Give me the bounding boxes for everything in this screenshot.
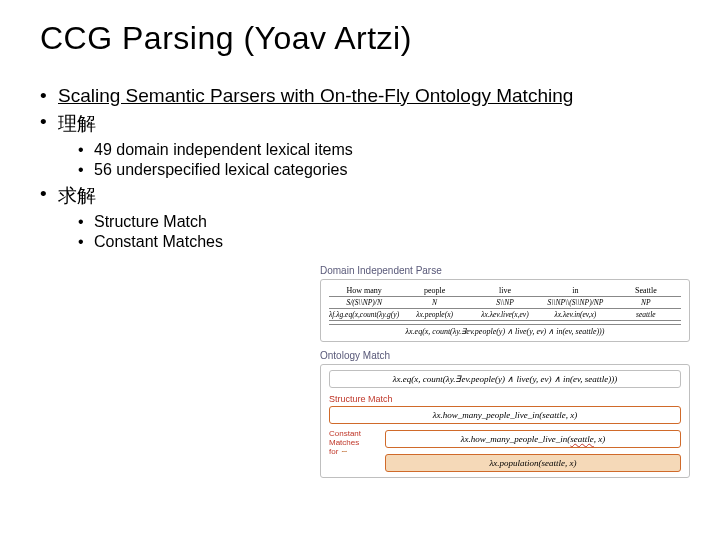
parse-tokens: How many people live in Seattle xyxy=(329,285,681,297)
constant-match-label: Constant Matches for ∼ xyxy=(329,430,379,456)
parse-result: λx.eq(x, count(λy.∃ev.people(y) ∧ live(y… xyxy=(329,324,681,336)
const-tgt-formula: λx.population(seattle, x) xyxy=(385,454,681,472)
panel2-label: Ontology Match xyxy=(320,350,690,361)
tilde-icon: ∼ xyxy=(341,447,348,456)
parse-lambdas: λf.λg.eq(x,count(λy.g(y)∧f(y))) λx.peopl… xyxy=(329,309,681,321)
structure-match-label: Structure Match xyxy=(329,394,681,404)
sub-list-understand: 49 domain independent lexical items 56 u… xyxy=(78,141,680,179)
slide-title: CCG Parsing (Yoav Artzi) xyxy=(40,20,680,57)
structure-formula: λx.how_many_people_live_in(seattle, x) xyxy=(329,406,681,424)
bullet-link: Scaling Semantic Parsers with On-the-Fly… xyxy=(40,85,680,107)
ontology-panel: λx.eq(x, count(λy.∃ev.people(y) ∧ live(y… xyxy=(320,364,690,478)
bullet-list: Scaling Semantic Parsers with On-the-Fly… xyxy=(40,85,680,251)
sub-item: 56 underspecified lexical categories xyxy=(78,161,680,179)
bullet-understand: 理解 49 domain independent lexical items 5… xyxy=(40,111,680,179)
panel1-label: Domain Independent Parse xyxy=(320,265,690,276)
wavy-seattle: seattle xyxy=(570,434,594,444)
sub-item: Constant Matches xyxy=(78,233,680,251)
bullet-solve: 求解 Structure Match Constant Matches xyxy=(40,183,680,251)
parse-panel: How many people live in Seattle S/(S\\NP… xyxy=(320,279,690,342)
const-src-formula: λx.how_many_people_live_in(seattle, x) xyxy=(385,430,681,448)
parse-categories: S/(S\\NP)/N N S\\NP S\\NP\\(S\\NP)/NP NP xyxy=(329,297,681,309)
sub-item: 49 domain independent lexical items xyxy=(78,141,680,159)
sub-item: Structure Match xyxy=(78,213,680,231)
eq-formula: λx.eq(x, count(λy.∃ev.people(y) ∧ live(y… xyxy=(329,370,681,388)
sub-list-solve: Structure Match Constant Matches xyxy=(78,213,680,251)
constant-match-row: Constant Matches for ∼ λx.how_many_peopl… xyxy=(329,430,681,472)
paper-link[interactable]: Scaling Semantic Parsers with On-the-Fly… xyxy=(58,85,573,106)
figure-area: Domain Independent Parse How many people… xyxy=(320,265,690,486)
